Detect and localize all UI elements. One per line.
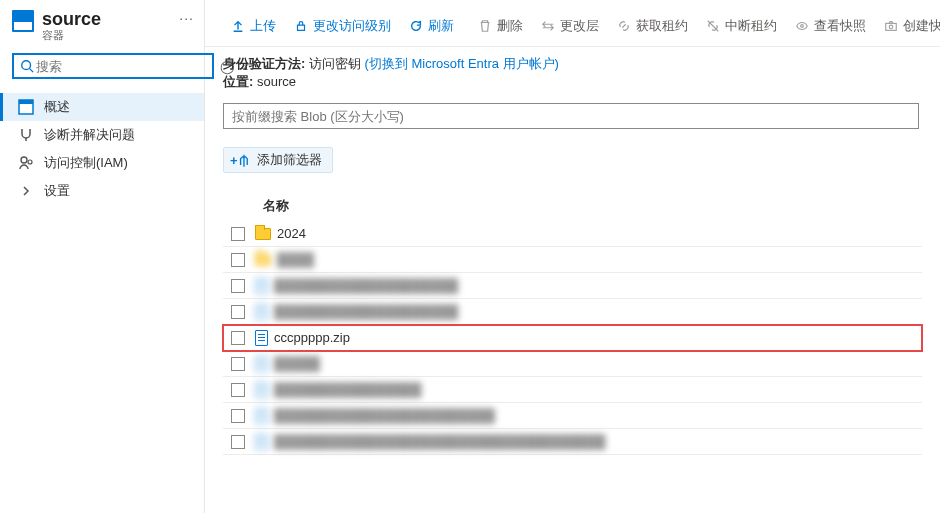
filter-icon: +⫛ xyxy=(230,153,251,168)
row-name: 2024 xyxy=(277,226,306,241)
row-checkbox[interactable] xyxy=(231,383,245,397)
lock-icon xyxy=(294,19,308,33)
search-icon xyxy=(20,59,34,73)
sidebar-nav: 概述 诊断并解决问题 访问控制(IAM) 设置 xyxy=(0,89,204,205)
sidebar: source 容器 ··· ◯ « 概述 xyxy=(0,0,205,513)
create-snapshot-button[interactable]: 创建快照 xyxy=(876,12,940,40)
blob-prefix-input[interactable] xyxy=(223,103,919,129)
add-filter-button[interactable]: +⫛ 添加筛选器 xyxy=(223,147,333,173)
change-tier-button[interactable]: 更改层 xyxy=(533,12,607,40)
file-icon xyxy=(255,304,268,320)
overview-icon xyxy=(18,99,34,115)
upload-icon xyxy=(231,19,245,33)
row-name: ████████████████ xyxy=(274,382,421,397)
header-text: source 容器 xyxy=(42,10,101,43)
row-checkbox[interactable] xyxy=(231,435,245,449)
more-button[interactable]: ··· xyxy=(179,10,194,26)
view-snapshot-button[interactable]: 查看快照 xyxy=(787,12,874,40)
sidebar-item-settings[interactable]: 设置 xyxy=(0,177,204,205)
container-icon xyxy=(12,10,34,32)
sidebar-item-overview[interactable]: 概述 xyxy=(0,93,204,121)
eye-icon xyxy=(795,19,809,33)
list-header-name: 名称 xyxy=(205,179,940,221)
row-name: cccppppp.zip xyxy=(274,330,350,345)
refresh-button[interactable]: 刷新 xyxy=(401,12,462,40)
properties: 身份验证方法: 访问密钥 (切换到 Microsoft Entra 用户帐户) … xyxy=(205,47,940,95)
svg-point-0 xyxy=(22,61,31,70)
main-area: 上传 更改访问级别 刷新 删除 更改层 获取租约 xyxy=(205,0,940,513)
search-input[interactable] xyxy=(34,58,206,75)
auth-value: 访问密钥 xyxy=(309,56,361,71)
table-row[interactable]: ████████████████████ xyxy=(223,273,922,299)
sidebar-search[interactable] xyxy=(12,53,214,79)
row-name: ████████████████████████ xyxy=(274,408,495,423)
change-access-button[interactable]: 更改访问级别 xyxy=(286,12,399,40)
camera-icon xyxy=(884,19,898,33)
row-checkbox[interactable] xyxy=(231,409,245,423)
row-checkbox[interactable] xyxy=(231,253,245,267)
svg-rect-3 xyxy=(19,100,33,104)
file-icon xyxy=(255,434,268,450)
row-checkbox[interactable] xyxy=(231,331,245,345)
file-item[interactable]: ████████████████████ xyxy=(255,304,458,320)
location-value: source xyxy=(257,74,296,89)
row-name: ████████████████████ xyxy=(274,278,458,293)
trash-icon xyxy=(478,19,492,33)
table-row[interactable]: █████ xyxy=(223,351,922,377)
file-item[interactable]: ████████████████████ xyxy=(255,278,458,294)
row-checkbox[interactable] xyxy=(231,305,245,319)
sidebar-item-label: 访问控制(IAM) xyxy=(44,154,128,172)
file-item[interactable]: cccppppp.zip xyxy=(255,330,350,346)
file-icon xyxy=(255,356,268,372)
addfilter-row: +⫛ 添加筛选器 xyxy=(205,133,940,179)
svg-point-5 xyxy=(21,157,27,163)
table-row[interactable]: ████████████████████████████████████ xyxy=(223,429,922,455)
file-icon xyxy=(255,408,268,424)
row-checkbox[interactable] xyxy=(231,279,245,293)
auth-label: 身份验证方法: xyxy=(223,56,305,71)
refresh-icon xyxy=(409,19,423,33)
delete-button[interactable]: 删除 xyxy=(470,12,531,40)
sidebar-item-label: 设置 xyxy=(44,182,70,200)
row-name: █████ xyxy=(274,356,320,371)
file-item[interactable]: ████████████████████████████████████ xyxy=(255,434,606,450)
location-label: 位置: xyxy=(223,74,253,89)
file-icon xyxy=(255,330,268,346)
auth-switch-link[interactable]: (切换到 Microsoft Entra 用户帐户) xyxy=(365,56,559,71)
swap-icon xyxy=(541,19,555,33)
iam-icon xyxy=(18,155,34,171)
svg-rect-9 xyxy=(886,23,897,30)
folder-item[interactable]: ████ xyxy=(255,252,314,267)
file-icon xyxy=(255,278,268,294)
svg-line-1 xyxy=(30,69,34,73)
link-icon xyxy=(617,19,631,33)
row-checkbox[interactable] xyxy=(231,357,245,371)
table-row[interactable]: 2024 xyxy=(223,221,922,247)
chevron-right-icon xyxy=(18,183,34,199)
page-title: source xyxy=(42,10,101,28)
row-checkbox[interactable] xyxy=(231,227,245,241)
folder-icon xyxy=(255,228,271,240)
blade-header: source 容器 ··· xyxy=(0,6,204,51)
row-name: ████ xyxy=(277,252,314,267)
svg-point-10 xyxy=(889,25,893,29)
sidebar-item-iam[interactable]: 访问控制(IAM) xyxy=(0,149,204,177)
table-row[interactable]: ████████████████████ xyxy=(223,299,922,325)
app-root: source 容器 ··· ◯ « 概述 xyxy=(0,0,940,513)
file-item[interactable]: ████████████████ xyxy=(255,382,421,398)
acquire-lease-button[interactable]: 获取租约 xyxy=(609,12,696,40)
folder-icon xyxy=(255,254,271,266)
table-row[interactable]: cccppppp.zip xyxy=(223,325,922,351)
upload-button[interactable]: 上传 xyxy=(223,12,284,40)
table-row[interactable]: ████████████████████████ xyxy=(223,403,922,429)
file-item[interactable]: █████ xyxy=(255,356,320,372)
sidebar-item-label: 概述 xyxy=(44,98,70,116)
svg-rect-7 xyxy=(298,25,305,30)
file-item[interactable]: ████████████████████████ xyxy=(255,408,495,424)
folder-item[interactable]: 2024 xyxy=(255,226,306,241)
break-lease-button[interactable]: 中断租约 xyxy=(698,12,785,40)
sidebar-search-row: ◯ « xyxy=(0,51,204,89)
table-row[interactable]: ████ xyxy=(223,247,922,273)
sidebar-item-diagnose[interactable]: 诊断并解决问题 xyxy=(0,121,204,149)
table-row[interactable]: ████████████████ xyxy=(223,377,922,403)
